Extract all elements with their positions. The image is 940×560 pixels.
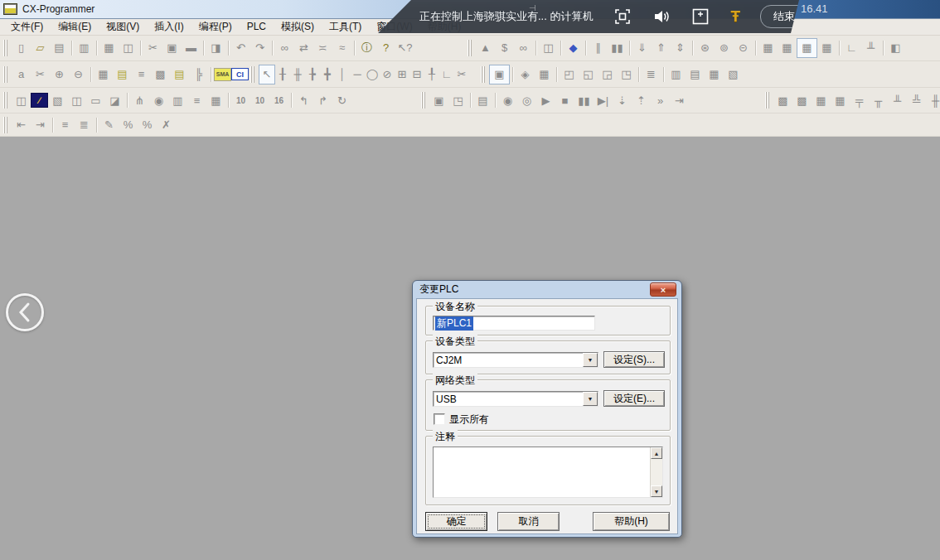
- simulator-offline-button[interactable]: ◎: [517, 91, 536, 109]
- new-closed-contact-button[interactable]: ╫: [290, 65, 305, 84]
- project-tree-button[interactable]: ╠: [189, 65, 208, 84]
- network-type-combobox[interactable]: USB ▼: [433, 391, 598, 407]
- online-device-button[interactable]: ◫: [539, 39, 558, 57]
- show-watch-window-button[interactable]: ◫: [67, 91, 86, 109]
- io-comment-view-button[interactable]: ▩: [151, 65, 170, 84]
- window-arrange-button[interactable]: ▧: [724, 65, 743, 84]
- show-project-workspace-button[interactable]: ◫: [12, 91, 31, 109]
- compare-with-plc-button[interactable]: ⇕: [671, 39, 690, 57]
- io-monitor-2-button[interactable]: ▩: [792, 91, 812, 109]
- toolbar-drag-handle[interactable]: [3, 40, 8, 56]
- monitor-window-4-button[interactable]: ▦: [817, 39, 836, 57]
- decimal-monitor-button[interactable]: 10: [231, 91, 250, 109]
- local-rack-button[interactable]: ▤: [113, 65, 132, 84]
- online-edit-button[interactable]: ⊛: [695, 39, 715, 57]
- summary-view-button[interactable]: ≡: [187, 91, 206, 109]
- cancel-button[interactable]: 取消: [497, 512, 560, 531]
- pause-button[interactable]: ▮▮: [608, 39, 627, 57]
- zoom-out-button[interactable]: ⊖: [69, 65, 88, 84]
- copy-button[interactable]: ▣: [162, 39, 182, 57]
- sim-step-run-button[interactable]: ▶|: [594, 91, 613, 109]
- comment-input[interactable]: [434, 447, 650, 497]
- monitor-view-button[interactable]: ▥: [168, 91, 187, 109]
- hex-monitor-button[interactable]: 16: [269, 91, 288, 109]
- chevron-down-icon[interactable]: ▼: [583, 353, 598, 367]
- selection-cursor-button[interactable]: ↖: [259, 65, 275, 84]
- rung-comment-list-button[interactable]: ≡: [56, 116, 75, 134]
- device-type-combobox[interactable]: CJ2M ▼: [433, 352, 598, 368]
- percent-edit-1-button[interactable]: %: [119, 116, 138, 134]
- rung-wrap-button[interactable]: ≣: [75, 116, 94, 134]
- special-io-unit-button[interactable]: ▣: [489, 65, 510, 84]
- float-window-button[interactable]: ▭: [86, 91, 105, 109]
- window-tile-v-button[interactable]: ▦: [705, 65, 724, 84]
- comment-scrollbar[interactable]: ▲ ▼: [650, 447, 662, 497]
- edit-note-button[interactable]: ▤: [473, 91, 492, 109]
- sim-continuous-step-button[interactable]: »: [651, 91, 670, 109]
- menu-item-plc[interactable]: PLC: [240, 19, 274, 34]
- toolbar-drag-handle[interactable]: [3, 66, 8, 83]
- new-plc-instruction-button[interactable]: ⊞: [395, 65, 409, 84]
- scroll-down-icon[interactable]: ▼: [651, 485, 662, 497]
- layers-view-button[interactable]: ◈: [516, 65, 535, 84]
- window-cascade-button[interactable]: ▥: [666, 65, 686, 84]
- release-edit-button[interactable]: ⊝: [734, 39, 753, 57]
- sim-step-in-button[interactable]: ⇣: [613, 91, 632, 109]
- rung-comb-5-button[interactable]: ╫: [926, 91, 940, 109]
- undo-button[interactable]: ↶: [231, 39, 250, 57]
- stop-mode-window-button[interactable]: ◳: [448, 91, 468, 109]
- symbol-verify-button[interactable]: ◲: [598, 65, 617, 84]
- sim-run-button[interactable]: ▶: [536, 91, 555, 109]
- monitor-in-hex-button[interactable]: CI: [231, 68, 249, 80]
- app-icon[interactable]: [3, 3, 17, 15]
- new-closed-or-contact-button[interactable]: ╋: [320, 65, 335, 84]
- new-coil-button[interactable]: ◯: [365, 65, 380, 84]
- line-delete-button[interactable]: ✂: [454, 65, 469, 84]
- work-online-button[interactable]: ▲: [476, 39, 495, 57]
- time-chart-monitor-button[interactable]: ╨: [861, 39, 880, 57]
- transfer-monitor-button[interactable]: ◆: [564, 39, 583, 57]
- sim-pause-button[interactable]: ▮▮: [574, 91, 594, 109]
- help-button[interactable]: 帮助(H): [593, 512, 670, 531]
- paste-special-button[interactable]: ◨: [206, 39, 225, 57]
- about-info-button[interactable]: ⓘ: [357, 39, 376, 57]
- signed-decimal-monitor-button[interactable]: 10: [250, 91, 269, 109]
- edit-pen-button[interactable]: ✎: [99, 116, 119, 134]
- symbol-delete-button[interactable]: ◱: [579, 65, 598, 84]
- rack-configuration-button[interactable]: ≣: [642, 65, 661, 84]
- open-project-button[interactable]: ▱: [31, 39, 50, 57]
- rung-comb-4-button[interactable]: ╩: [907, 91, 926, 109]
- zoom-to-fit-button[interactable]: a: [12, 65, 31, 84]
- toolbar-drag-handle[interactable]: [421, 92, 426, 109]
- differential-monitor-button[interactable]: ∟: [842, 39, 861, 57]
- pause-monitoring-button[interactable]: ∥: [589, 39, 608, 57]
- device-type-settings-button[interactable]: 设定(S)...: [603, 351, 665, 368]
- menu-item-file[interactable]: 文件(F): [3, 18, 51, 36]
- zoom-in-button[interactable]: ⊕: [50, 65, 69, 84]
- toggle-grid-button[interactable]: ▦: [94, 65, 113, 84]
- simulator-online-button[interactable]: ◉: [498, 91, 517, 109]
- ok-button[interactable]: 确定: [425, 512, 487, 531]
- new-horizontal-line-button[interactable]: ─: [350, 65, 365, 84]
- close-icon[interactable]: ×: [650, 282, 676, 297]
- menu-item-insert[interactable]: 插入(I): [147, 18, 191, 36]
- scroll-up-icon[interactable]: ▲: [651, 447, 662, 459]
- toolbar-drag-handle[interactable]: [3, 117, 8, 133]
- toolbar-drag-handle[interactable]: [468, 40, 472, 56]
- find-in-project-button[interactable]: ≍: [313, 39, 332, 57]
- cut-button[interactable]: ✂: [143, 39, 162, 57]
- show-all-checkbox[interactable]: [434, 413, 445, 425]
- symbol-insert-button[interactable]: ◰: [560, 65, 579, 84]
- change-address-button[interactable]: ≈: [332, 39, 351, 57]
- toolbar-drag-handle[interactable]: [3, 92, 8, 109]
- window-tile-h-button[interactable]: ▤: [686, 65, 705, 84]
- address-reference-button[interactable]: ≡: [132, 65, 151, 84]
- menu-item-simulation[interactable]: 模拟(S): [274, 18, 322, 36]
- paste-button[interactable]: ▬: [182, 39, 201, 57]
- context-help-button[interactable]: ↖?: [395, 39, 414, 57]
- toolbar-drag-handle[interactable]: [765, 92, 770, 109]
- compile-program-button[interactable]: ▥: [75, 39, 94, 57]
- chevron-down-icon[interactable]: ▼: [583, 392, 598, 406]
- help-topics-button[interactable]: ?: [376, 39, 395, 57]
- delete-edit-button[interactable]: ✗: [157, 116, 176, 134]
